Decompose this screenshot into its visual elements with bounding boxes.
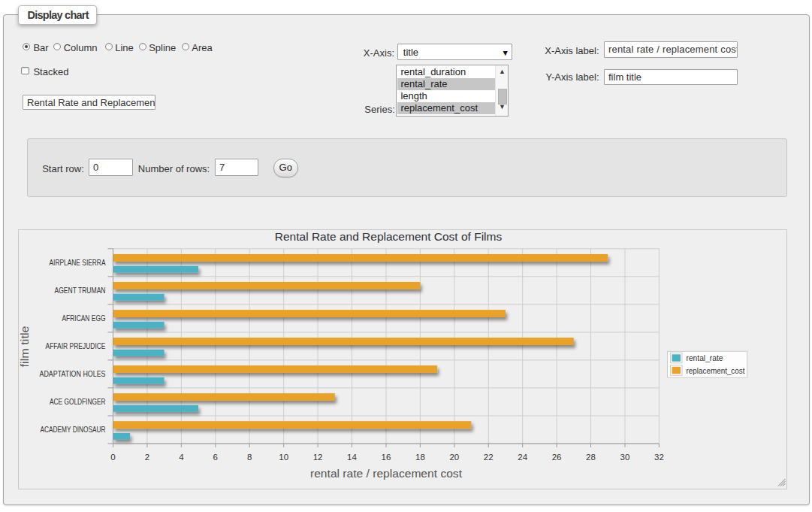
svg-text:28: 28 [586,452,596,461]
svg-text:rental rate / replacement cost: rental rate / replacement cost [310,466,463,479]
svg-text:4: 4 [179,452,184,461]
svg-text:22: 22 [483,452,493,461]
svg-text:20: 20 [449,452,459,461]
svg-text:0: 0 [110,452,115,461]
svg-text:30: 30 [620,452,629,461]
svg-text:AFFAIR PREJUDICE: AFFAIR PREJUDICE [45,341,105,350]
svg-text:film title: film title [18,326,31,367]
svg-text:24: 24 [518,452,527,461]
svg-text:rental_rate: rental_rate [686,353,723,362]
svg-text:Rental Rate and Replacement Co: Rental Rate and Replacement Cost of Film… [274,229,502,242]
svg-text:ACE GOLDFINGER: ACE GOLDFINGER [50,397,106,406]
svg-text:AIRPLANE SIERRA: AIRPLANE SIERRA [49,258,105,267]
svg-text:2: 2 [144,452,149,461]
svg-text:16: 16 [381,452,391,461]
svg-text:ACADEMY DINOSAUR: ACADEMY DINOSAUR [40,425,105,434]
svg-text:10: 10 [279,452,288,461]
svg-text:12: 12 [312,452,322,461]
svg-text:ADAPTATION HOLES: ADAPTATION HOLES [39,369,105,378]
svg-text:6: 6 [213,452,217,461]
svg-text:AGENT TRUMAN: AGENT TRUMAN [54,286,105,295]
svg-text:18: 18 [415,452,425,461]
svg-text:14: 14 [347,452,357,461]
svg-text:8: 8 [246,452,251,461]
svg-text:32: 32 [654,452,664,461]
svg-text:replacement_cost: replacement_cost [686,365,745,374]
svg-text:AFRICAN EGG: AFRICAN EGG [62,314,105,323]
svg-text:26: 26 [551,452,561,461]
